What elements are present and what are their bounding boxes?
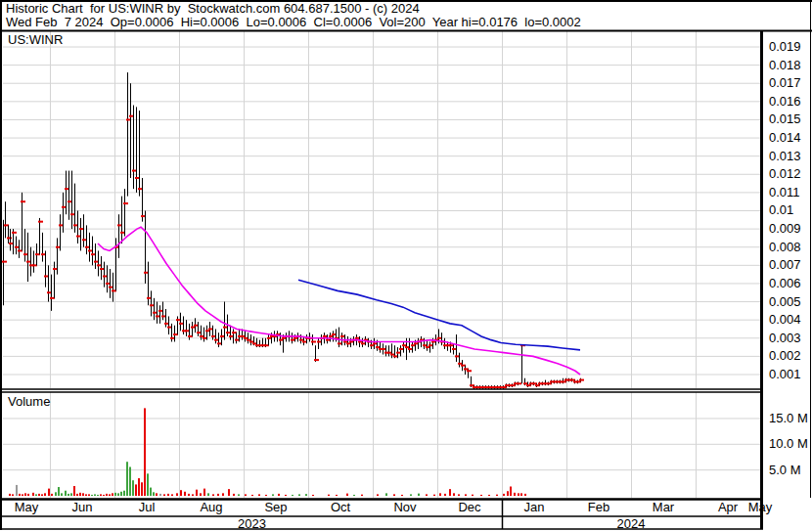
price-axis-tick-label: 0.014 xyxy=(769,131,801,145)
price-axis-tick-label: 0.002 xyxy=(769,349,801,363)
price-axis-tick-label: 0.007 xyxy=(769,258,801,272)
month-axis-label: May xyxy=(15,501,39,514)
price-axis-tick-label: 0.019 xyxy=(769,40,801,54)
price-axis-tick-label: 0.015 xyxy=(769,112,801,126)
symbol-label: US:WINR xyxy=(8,33,63,47)
price-axis-tick-label: 0.001 xyxy=(769,368,801,381)
price-volume-chart-canvas xyxy=(0,0,812,531)
stockwatch-historic-chart-window: { "header": { "line1": "Historic Chart f… xyxy=(0,0,812,531)
month-axis-label: Nov xyxy=(393,501,416,514)
price-axis-tick-label: 0.004 xyxy=(769,313,801,327)
month-axis-label: Apr xyxy=(718,501,738,514)
year-axis-label: 2023 xyxy=(238,517,266,531)
price-axis-tick-label: 0.018 xyxy=(769,59,801,72)
month-axis-label: Jun xyxy=(72,501,93,514)
price-axis-tick-label: 0.01 xyxy=(769,203,793,217)
volume-axis-tick-label: 5.0 M xyxy=(769,464,801,477)
price-axis-tick-label: 0.011 xyxy=(769,186,800,199)
month-axis-label: Jan xyxy=(524,501,545,514)
price-axis-tick-label: 0.003 xyxy=(769,332,801,345)
price-axis-tick-label: 0.008 xyxy=(769,241,801,254)
month-axis-label: Feb xyxy=(588,501,609,514)
year-axis-label: 2024 xyxy=(617,517,646,531)
price-axis-tick-label: 0.017 xyxy=(769,76,801,90)
month-axis-label: Oct xyxy=(331,501,350,514)
price-axis-tick-label: 0.012 xyxy=(769,167,801,181)
price-axis-tick-label: 0.006 xyxy=(769,277,801,290)
month-axis-label: May xyxy=(748,501,773,514)
chart-title: Historic Chart for US:WINR by Stockwatch… xyxy=(6,2,420,16)
month-axis-label: Aug xyxy=(200,501,222,514)
price-axis-tick-label: 0.009 xyxy=(769,222,801,236)
price-axis-tick-label: 0.016 xyxy=(769,95,801,109)
price-axis-tick-label: 0.013 xyxy=(769,150,801,163)
volume-axis-tick-label: 10.0 M xyxy=(769,437,808,451)
month-axis-label: Sep xyxy=(264,501,287,514)
month-axis-label: Mar xyxy=(653,501,674,514)
volume-axis-tick-label: 15.0 M xyxy=(769,412,808,425)
quote-status-line: Wed Feb 7 2024 Op=0.0006 Hi=0.0006 Lo=0.… xyxy=(6,16,581,29)
volume-pane-label: Volume xyxy=(8,395,50,409)
month-axis-label: Dec xyxy=(458,501,480,514)
month-axis-label: Jul xyxy=(139,501,156,514)
price-axis-tick-label: 0.005 xyxy=(769,295,801,309)
